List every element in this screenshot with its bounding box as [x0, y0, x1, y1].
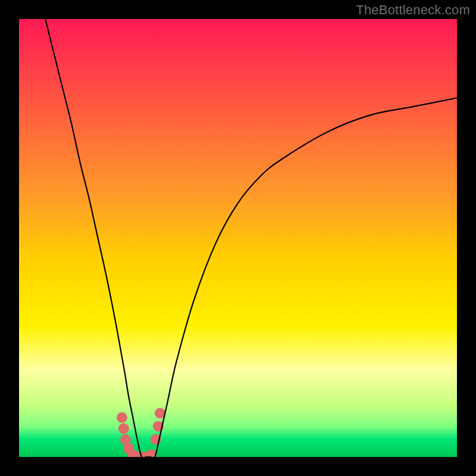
chart-svg [19, 19, 457, 457]
chart-background [19, 19, 457, 457]
marker-layer [117, 408, 165, 457]
watermark-text: TheBottleneck.com [356, 2, 470, 18]
marker-point [118, 423, 129, 434]
bottleneck-curve [45, 19, 457, 457]
marker-point [117, 412, 127, 423]
